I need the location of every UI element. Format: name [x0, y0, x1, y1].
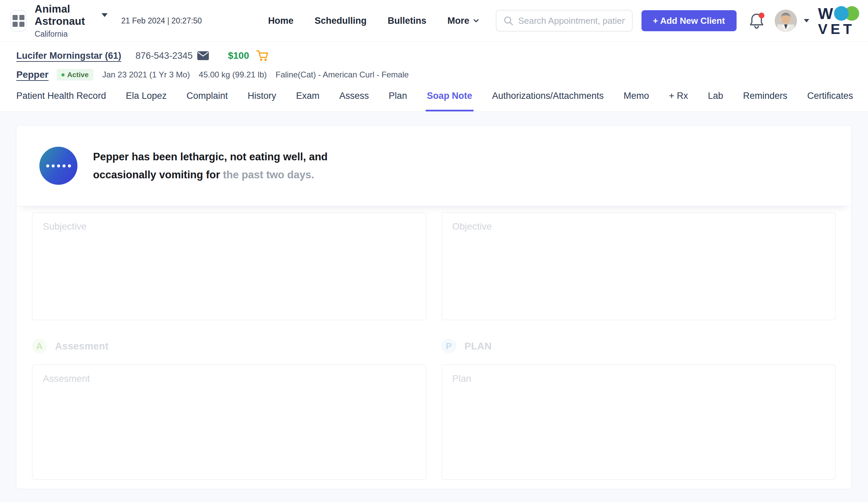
tab-patient-health-record[interactable]: Patient Health Record — [16, 91, 106, 111]
tab-memo[interactable]: Memo — [623, 91, 649, 111]
notification-dot — [759, 12, 764, 18]
objective-textarea[interactable] — [442, 212, 836, 320]
main-nav: Home Schedulling Bulletins More — [268, 16, 479, 26]
add-new-client-button[interactable]: + Add New Client — [641, 10, 736, 31]
grid-icon — [12, 15, 24, 27]
status-label: Active — [67, 71, 89, 79]
mail-icon[interactable] — [197, 51, 209, 60]
tab-exam[interactable]: Exam — [296, 91, 320, 111]
pet-weight: 45.00 kg (99.21 lb) — [199, 70, 267, 80]
logo-w-text: W — [818, 6, 833, 21]
tab-lab[interactable]: Lab — [708, 91, 723, 111]
complaint-summary: Pepper has been lethargic, not eating we… — [16, 126, 851, 206]
search-input[interactable] — [518, 16, 625, 26]
cart-icon[interactable] — [256, 50, 268, 61]
top-header: Animal Astronaut California 21 Feb 2024 … — [0, 0, 868, 42]
tab-authorizations-attachments[interactable]: Authorizations/Attachments — [492, 91, 604, 111]
tab-rx[interactable]: + Rx — [669, 91, 688, 111]
apps-grid-button[interactable] — [10, 10, 27, 32]
owner-phone: 876-543-2345 — [135, 51, 193, 61]
assessment-badge-icon: A — [32, 339, 47, 354]
soap-fields-section: A Assesment P PLAN — [16, 206, 851, 490]
profile-caret-icon[interactable] — [804, 19, 809, 22]
logo-cat-circle-icon — [834, 6, 849, 21]
summary-line1: Pepper has been lethargic, not eating we… — [93, 148, 328, 166]
soap-note-card: Pepper has been lethargic, not eating we… — [16, 125, 852, 489]
nav-bulletins[interactable]: Bulletins — [388, 16, 426, 26]
global-search[interactable] — [496, 10, 633, 32]
plan-section-label: PLAN — [465, 341, 492, 352]
assessment-section-label: Assesment — [55, 341, 108, 352]
assessment-section-header: A Assesment — [32, 339, 426, 354]
nav-more-label: More — [447, 16, 469, 26]
pet-breed: Faline(Cat) - American Curl - Female — [276, 70, 409, 80]
user-avatar[interactable] — [775, 10, 797, 32]
wovet-logo: W VET — [818, 6, 859, 36]
pet-name-link[interactable]: Pepper — [16, 69, 49, 80]
pet-row: Pepper Active Jan 23 2021 (1 Yr 3 Mo) 45… — [16, 69, 853, 81]
tab-complaint[interactable]: Complaint — [186, 91, 228, 111]
tab-certificates[interactable]: Certificates — [807, 91, 853, 111]
logo-vet-text: VET — [818, 22, 855, 36]
nav-home[interactable]: Home — [268, 16, 293, 26]
owner-name-link[interactable]: Lucifer Morningstar (61) — [16, 51, 121, 61]
nav-more[interactable]: More — [447, 16, 479, 26]
plan-badge-icon: P — [442, 339, 456, 354]
summary-line2-dark: occasionally vomiting for — [93, 169, 223, 181]
plan-section-header: P PLAN — [442, 339, 836, 354]
subjective-textarea[interactable] — [32, 212, 426, 320]
status-badge: Active — [57, 69, 93, 81]
notifications-button[interactable] — [749, 12, 764, 29]
clinic-location: California — [35, 30, 108, 39]
tab-assess[interactable]: Assess — [339, 91, 369, 111]
tab-history[interactable]: History — [248, 91, 276, 111]
tab-reminders[interactable]: Reminders — [743, 91, 787, 111]
plan-textarea[interactable] — [442, 365, 836, 480]
chevron-down-icon — [473, 17, 479, 24]
soap-note-page: Pepper has been lethargic, not eating we… — [0, 112, 868, 489]
pet-birth: Jan 23 2021 (1 Yr 3 Mo) — [102, 70, 190, 80]
tab-plan[interactable]: Plan — [389, 91, 407, 111]
complaint-summary-text: Pepper has been lethargic, not eating we… — [93, 148, 328, 184]
balance-amount[interactable]: $100 — [228, 50, 249, 61]
tab-soap-note[interactable]: Soap Note — [427, 91, 472, 111]
patient-info-bar: Lucifer Morningstar (61) 876-543-2345 $1… — [0, 42, 868, 112]
search-icon — [503, 16, 514, 26]
owner-row: Lucifer Morningstar (61) 876-543-2345 $1… — [16, 50, 853, 61]
tab-ela-lopez[interactable]: Ela Lopez — [126, 91, 167, 111]
summary-line2-light: the past two days. — [223, 169, 314, 181]
clinic-switcher[interactable]: Animal Astronaut California — [35, 3, 108, 39]
current-datetime: 21 Feb 2024 | 20:27:50 — [121, 16, 202, 25]
nav-scheduling[interactable]: Schedulling — [314, 16, 366, 26]
caret-down-icon — [102, 13, 108, 17]
assessment-textarea[interactable] — [32, 365, 426, 480]
summary-line2: occasionally vomiting for the past two d… — [93, 166, 328, 184]
status-dot-icon — [61, 73, 64, 76]
avatar-image — [775, 10, 797, 32]
dictation-indicator-icon — [39, 147, 78, 185]
record-tabs: Patient Health Record Ela Lopez Complain… — [16, 91, 853, 111]
clinic-name: Animal Astronaut — [35, 3, 97, 28]
